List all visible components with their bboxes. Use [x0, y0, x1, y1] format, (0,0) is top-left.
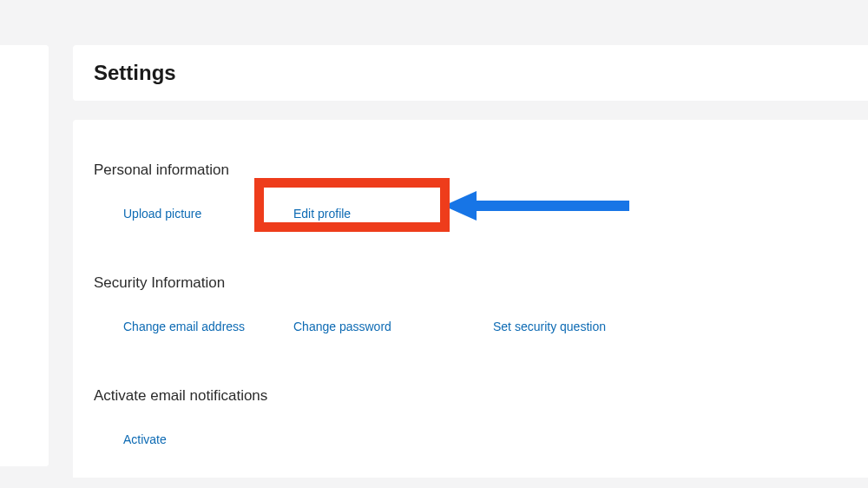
left-sidebar — [0, 45, 49, 466]
section-heading-security: Security Information — [94, 274, 847, 292]
personal-information-section: Personal information Upload picture Edit… — [94, 162, 847, 222]
settings-content-card: Personal information Upload picture Edit… — [73, 120, 868, 478]
notifications-links-row: Activate — [94, 431, 847, 448]
sidebar-segment — [0, 279, 49, 367]
sidebar-segment — [0, 379, 49, 466]
set-security-question-link[interactable]: Set security question — [493, 318, 606, 335]
sidebar-segment — [0, 45, 49, 267]
section-heading-personal: Personal information — [94, 162, 847, 179]
settings-header-card: Settings — [73, 45, 868, 101]
security-information-section: Security Information Change email addres… — [94, 274, 847, 335]
change-password-link[interactable]: Change password — [293, 318, 391, 335]
page-title: Settings — [94, 61, 176, 85]
personal-links-row: Upload picture Edit profile — [94, 205, 847, 222]
activate-notifications-link[interactable]: Activate — [123, 431, 167, 448]
section-heading-notifications: Activate email notifications — [94, 387, 847, 405]
security-links-row: Change email address Change password Set… — [94, 318, 847, 335]
change-email-link[interactable]: Change email address — [123, 318, 245, 335]
edit-profile-link[interactable]: Edit profile — [293, 205, 351, 222]
email-notifications-section: Activate email notifications Activate — [94, 387, 847, 448]
upload-picture-link[interactable]: Upload picture — [123, 205, 201, 222]
